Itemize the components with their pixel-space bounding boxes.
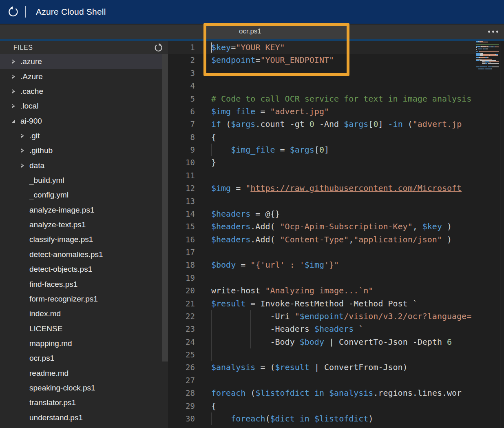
editor-scrollbar[interactable] bbox=[500, 41, 500, 428]
tree-item-speaking-clock.ps1[interactable]: speaking-clock.ps1 bbox=[0, 381, 168, 395]
minimap-line bbox=[476, 51, 499, 52]
code-line-3: 3 bbox=[168, 67, 476, 80]
tree-item-label: understand.ps1 bbox=[29, 413, 83, 422]
tree-item-label: .Azure bbox=[20, 72, 43, 81]
tree-item--build.yml[interactable]: _build.yml bbox=[0, 173, 168, 188]
code-line-22: 22 -Uri "$endpoint/vision/v3.2/ocr?langu… bbox=[168, 310, 476, 323]
code-line-8: 8{ bbox=[168, 131, 476, 144]
tree-item-detect-objects.ps1[interactable]: detect-objects.ps1 bbox=[0, 262, 168, 277]
code-line-10: 10} bbox=[168, 156, 476, 169]
tree-item-form-recognizer.ps1[interactable]: form-recognizer.ps1 bbox=[0, 292, 168, 306]
tree-item-label: detect-anomalies.ps1 bbox=[29, 250, 103, 259]
tree-item-LICENSE[interactable]: LICENSE bbox=[0, 321, 168, 336]
indent-guide bbox=[211, 412, 212, 425]
tree-item-.Azure[interactable]: .Azure bbox=[0, 69, 168, 84]
minimap[interactable] bbox=[476, 41, 499, 428]
app-header: Azure Cloud Shell bbox=[0, 0, 504, 24]
code-line-29: 29{ bbox=[168, 400, 476, 412]
code-line-5: 5# Code to call OCR service for text in … bbox=[168, 93, 476, 105]
line-number: 10 bbox=[168, 156, 195, 169]
files-panel-header: FILES bbox=[0, 41, 168, 54]
line-number: 13 bbox=[168, 195, 195, 208]
code-line-7: 7if ($args.count -gt 0 -And $args[0] -in… bbox=[168, 118, 476, 131]
tree-item-.cache[interactable]: .cache bbox=[0, 84, 168, 99]
code-line-20: 20write-host "Analyzing image...`n" bbox=[168, 284, 476, 297]
tree-item-translator.ps1[interactable]: translator.ps1 bbox=[0, 395, 168, 410]
tab-ocr-ps1[interactable]: ocr.ps1 bbox=[206, 24, 347, 39]
more-actions-icon[interactable] bbox=[486, 24, 501, 39]
code-line-15: 15$headers.Add( "Ocp-Apim-Subscription-K… bbox=[168, 220, 476, 233]
line-number: 21 bbox=[168, 297, 195, 310]
files-panel-title: FILES bbox=[13, 44, 33, 51]
code-line-17: 17 bbox=[168, 246, 476, 259]
tree-item-.git[interactable]: .git bbox=[0, 129, 168, 143]
line-number: 2 bbox=[168, 54, 195, 67]
chevron-right-icon bbox=[11, 89, 16, 93]
chevron-expanded-icon bbox=[11, 120, 16, 123]
line-number: 9 bbox=[168, 144, 195, 156]
tree-item-classify-image.ps1[interactable]: classify-image.ps1 bbox=[0, 232, 168, 247]
text-cursor bbox=[211, 42, 212, 53]
line-number: 6 bbox=[168, 105, 195, 118]
tree-item-ocr.ps1[interactable]: ocr.ps1 bbox=[0, 351, 168, 366]
tree-item-label: .local bbox=[20, 102, 38, 111]
line-number: 3 bbox=[168, 67, 195, 80]
tree-item-.azure[interactable]: .azure bbox=[0, 54, 168, 69]
chevron-right-icon bbox=[11, 75, 16, 79]
line-number: 7 bbox=[168, 118, 195, 131]
code-line-27: 27 bbox=[168, 374, 476, 387]
indent-guide bbox=[231, 323, 231, 335]
line-number: 30 bbox=[168, 412, 195, 425]
tree-item-data[interactable]: data bbox=[0, 158, 168, 173]
code-line-2: 2$endpoint="YOUR_ENDPOINT" bbox=[168, 54, 476, 67]
tree-item-label: ai-900 bbox=[20, 117, 42, 126]
tree-item-label: .git bbox=[29, 131, 40, 140]
tree-item-mapping.md[interactable]: mapping.md bbox=[0, 336, 168, 351]
tree-item-label: translator.ps1 bbox=[29, 398, 76, 407]
line-number: 24 bbox=[168, 336, 195, 348]
indent-guide bbox=[211, 348, 212, 361]
sidebar-scrollbar[interactable] bbox=[162, 54, 168, 361]
indent-guide bbox=[211, 144, 212, 156]
tree-item-label: analyze-image.ps1 bbox=[29, 206, 94, 215]
restart-shell-icon[interactable] bbox=[7, 5, 20, 18]
tree-item-analyze-image.ps1[interactable]: analyze-image.ps1 bbox=[0, 203, 168, 217]
line-number: 28 bbox=[168, 387, 195, 399]
file-explorer: FILES .azure.Azure.cache.localai-900.git… bbox=[0, 41, 168, 428]
line-number: 17 bbox=[168, 246, 195, 259]
code-line-1: 1$key="YOUR_KEY" bbox=[168, 41, 476, 54]
code-line-13: 13 bbox=[168, 195, 476, 208]
line-number: 23 bbox=[168, 323, 195, 335]
header-divider bbox=[25, 6, 26, 18]
tree-item-label: form-recognizer.ps1 bbox=[29, 295, 98, 304]
chevron-right-icon bbox=[20, 149, 25, 153]
line-number: 1 bbox=[168, 41, 195, 54]
code-line-25: 25 bbox=[168, 348, 476, 361]
tree-item-.local[interactable]: .local bbox=[0, 99, 168, 113]
line-number: 11 bbox=[168, 169, 195, 182]
indent-guide bbox=[231, 310, 231, 323]
tree-item-label: detect-objects.ps1 bbox=[29, 265, 92, 274]
tree-item-ai-900[interactable]: ai-900 bbox=[0, 113, 168, 128]
tree-item-index.md[interactable]: index.md bbox=[0, 306, 168, 321]
code-line-12: 12$img = "https://raw.githubusercontent.… bbox=[168, 182, 476, 195]
code-editor[interactable]: 1$key="YOUR_KEY"2$endpoint="YOUR_ENDPOIN… bbox=[168, 41, 504, 428]
tree-item-understand.ps1[interactable]: understand.ps1 bbox=[0, 410, 168, 425]
tree-item-.github[interactable]: .github bbox=[0, 143, 168, 158]
tab-label: ocr.ps1 bbox=[239, 24, 261, 39]
tree-item-detect-anomalies.ps1[interactable]: detect-anomalies.ps1 bbox=[0, 247, 168, 262]
tree-item-label: .azure bbox=[20, 57, 42, 66]
code-area[interactable]: 1$key="YOUR_KEY"2$endpoint="YOUR_ENDPOIN… bbox=[168, 41, 476, 428]
tree-item--config.yml[interactable]: _config.yml bbox=[0, 188, 168, 202]
indent-guide bbox=[211, 310, 212, 323]
chevron-right-icon bbox=[11, 104, 16, 108]
tree-item-label: _config.yml bbox=[29, 191, 69, 200]
line-number: 22 bbox=[168, 310, 195, 323]
minimap-line bbox=[476, 63, 499, 64]
refresh-icon[interactable] bbox=[153, 42, 164, 53]
tree-item-analyze-text.ps1[interactable]: analyze-text.ps1 bbox=[0, 217, 168, 232]
indent-guide bbox=[231, 336, 231, 348]
tree-item-find-faces.ps1[interactable]: find-faces.ps1 bbox=[0, 277, 168, 291]
line-number: 14 bbox=[168, 208, 195, 220]
tree-item-readme.md[interactable]: readme.md bbox=[0, 366, 168, 381]
